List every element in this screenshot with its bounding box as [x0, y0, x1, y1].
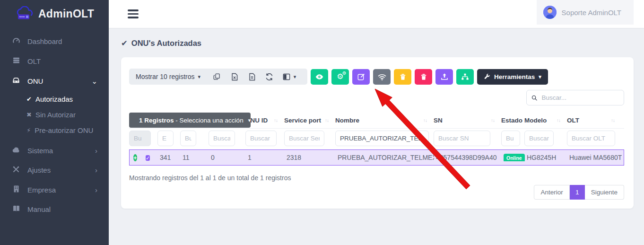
wifi-button[interactable] — [373, 69, 391, 85]
sidebar-subitem-label: Sin Autorizar — [35, 111, 76, 119]
expand-row-button[interactable]: + — [133, 154, 137, 161]
search-box — [526, 90, 624, 105]
export-excel-button[interactable] — [226, 69, 243, 85]
sort-icon[interactable]: ↑↓ — [557, 118, 560, 123]
table-toolbar: Mostrar 10 registros ▾ — [129, 69, 624, 85]
sitemap-button[interactable] — [456, 69, 474, 85]
tools-icon — [11, 166, 21, 175]
sidebar-item-ajustes[interactable]: Ajustes › — [0, 160, 109, 180]
drive-icon — [11, 76, 21, 86]
sidebar-item-onu[interactable]: ONU ⌄ — [0, 71, 109, 91]
column-header-service-port[interactable]: Service port↑↓ — [284, 117, 335, 124]
column-header-olt[interactable]: OLT↑↓ — [567, 117, 621, 124]
filter-input-slot[interactable] — [180, 131, 196, 146]
sidebar-item-sistema[interactable]: Sistema › — [0, 141, 109, 160]
sidebar-item-olt[interactable]: OLT — [0, 51, 109, 71]
page-length-select[interactable]: Mostrar 10 registros ▾ — [136, 73, 208, 80]
copy-icon — [213, 73, 220, 80]
filter-input-onu-id[interactable] — [245, 131, 277, 146]
sidebar-subitem-label: Autorizadas — [35, 95, 73, 103]
filter-input-actions — [129, 131, 151, 146]
wrench-icon — [484, 73, 490, 80]
services-button[interactable]: ⚙⚙ — [331, 69, 349, 85]
chevron-down-icon: ⌄ — [91, 77, 97, 86]
filter-input-id[interactable] — [157, 131, 174, 146]
column-visibility-button[interactable]: ▾ — [278, 69, 301, 85]
app-logo[interactable]: AdminOLT — [0, 0, 109, 27]
cogs-icon: ⚙⚙ — [337, 73, 343, 80]
upload-button[interactable] — [435, 69, 453, 85]
sort-icon[interactable]: ↑↓ — [423, 118, 427, 123]
sidebar-item-pre-autorizar[interactable]: ⚡ Pre-autorizar ONU — [0, 122, 109, 138]
sort-icon[interactable]: ↑↓ — [611, 118, 615, 123]
table-card: Mostrar 10 registros ▾ — [121, 57, 634, 209]
view-button[interactable] — [311, 69, 328, 85]
sidebar-item-autorizadas[interactable]: ✔ Autorizadas — [0, 91, 109, 107]
app-window: AdminOLT Dashboard OLT ONU ⌄ ✔ Autorizad… — [0, 0, 644, 245]
cell-id: 341 — [158, 154, 181, 161]
column-header-nombre[interactable]: Nombre↑↓ — [335, 117, 434, 124]
sidebar-item-manual[interactable]: Manual — [0, 200, 109, 219]
soft-delete-button[interactable] — [394, 69, 411, 85]
file-icon — [249, 73, 255, 81]
column-header-modelo[interactable]: Modelo↑↓ — [524, 117, 567, 124]
filter-input-modelo[interactable] — [524, 131, 554, 146]
pagination: Anterior 1 Siguiente — [534, 185, 624, 200]
refresh-button[interactable] — [261, 69, 278, 85]
search-input[interactable] — [541, 94, 619, 101]
column-header-estado[interactable]: Estado — [501, 117, 524, 124]
filter-input-estado[interactable] — [501, 131, 520, 146]
edit-button[interactable] — [352, 69, 370, 85]
sort-icon[interactable]: ↑↓ — [274, 118, 278, 123]
table-filter-row — [129, 129, 624, 148]
user-menu[interactable]: Soporte AdminOLT — [537, 0, 634, 25]
pagination-current-page[interactable]: 1 — [570, 185, 585, 200]
server-icon — [11, 56, 21, 66]
filter-input-port[interactable] — [209, 131, 235, 146]
sidebar-item-empresa[interactable]: Empresa › — [0, 180, 109, 200]
avatar — [543, 6, 557, 19]
sidebar: AdminOLT Dashboard OLT ONU ⌄ ✔ Autorizad… — [0, 0, 109, 245]
caret-down-icon: ▾ — [198, 74, 200, 79]
bulk-action-dropdown[interactable]: 1 Registros - Selecciona una acción ▾ — [129, 113, 251, 128]
column-header-onu-id[interactable]: ONU ID↑↓ — [245, 117, 284, 124]
sidebar-item-sin-autorizar[interactable]: ✖ Sin Autorizar — [0, 107, 109, 122]
caret-down-icon: ▾ — [294, 74, 296, 79]
excel-icon — [231, 73, 238, 81]
filter-input-sn[interactable] — [434, 131, 490, 146]
table-row[interactable]: + ✓ 341 11 0 1 2318 PRUEBA_AUTORIZAR_TEL… — [129, 149, 624, 166]
sidebar-item-label: Dashboard — [27, 37, 62, 45]
delete-button[interactable] — [415, 69, 432, 85]
wifi-icon — [378, 73, 386, 80]
filter-input-nombre[interactable] — [335, 131, 429, 146]
sidebar-item-label: Sistema — [27, 147, 53, 155]
menu-toggle-button[interactable] — [128, 9, 139, 18]
chevron-right-icon: › — [95, 166, 97, 174]
cell-modelo: HG8245H — [525, 154, 567, 161]
sidebar-nav: Dashboard OLT ONU ⌄ ✔ Autorizadas ✖ Sin … — [0, 27, 109, 219]
data-table: ONU ID↑↓ Service port↑↓ Nombre↑↓ SN↑↓ Es — [129, 113, 624, 166]
edit-icon — [357, 73, 365, 80]
sort-icon[interactable]: ↑↓ — [491, 118, 495, 123]
column-header-sn[interactable]: SN↑↓ — [434, 117, 501, 124]
pagination-next-button[interactable]: Siguiente — [585, 185, 624, 200]
copy-button[interactable] — [208, 69, 226, 85]
pagination-prev-button[interactable]: Anterior — [534, 185, 569, 200]
chevron-right-icon: › — [95, 186, 97, 194]
check-icon: ✔ — [121, 39, 128, 48]
logo-text: AdminOLT — [38, 8, 94, 20]
sort-icon[interactable]: ↑↓ — [325, 118, 329, 123]
row-checkbox[interactable]: ✓ — [146, 155, 150, 161]
sidebar-item-dashboard[interactable]: Dashboard — [0, 31, 109, 51]
caret-down-icon: ▾ — [248, 117, 251, 123]
herramientas-button[interactable]: Herramientas ▾ — [477, 69, 548, 85]
upload-icon — [441, 73, 448, 80]
check-icon: ✔ — [26, 96, 32, 103]
export-file-button[interactable] — [243, 69, 261, 85]
table-info-text: Mostrando registros del 1 al 1 de un tot… — [129, 174, 624, 182]
cell-slot: 11 — [181, 154, 209, 161]
filter-input-olt[interactable] — [567, 131, 615, 146]
filter-input-service-port[interactable] — [284, 131, 324, 146]
sidebar-subitem-label: Pre-autorizar ONU — [35, 126, 93, 134]
status-badge: Online — [504, 154, 525, 161]
